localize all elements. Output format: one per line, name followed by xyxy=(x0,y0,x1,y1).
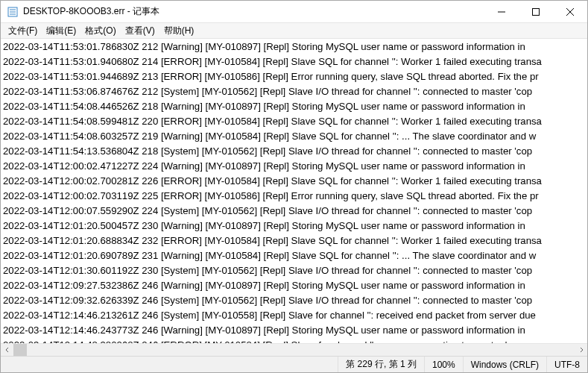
log-line: 2022-03-14T12:14:46.213261Z 246 [System]… xyxy=(3,308,586,323)
close-button[interactable] xyxy=(553,1,587,22)
status-zoom: 100% xyxy=(424,357,463,372)
minimize-button[interactable] xyxy=(484,1,519,22)
window-title: DESKTOP-8KOOOB3.err - 记事本 xyxy=(23,5,484,18)
svg-rect-5 xyxy=(533,8,540,15)
log-line: 2022-03-14T11:53:01.940680Z 214 [ERROR] … xyxy=(3,54,586,69)
status-position: 第 229 行, 第 1 列 xyxy=(338,357,424,372)
status-encoding: UTF-8 xyxy=(546,357,587,372)
log-line: 2022-03-14T12:00:07.559290Z 224 [System]… xyxy=(3,204,586,219)
log-line: 2022-03-14T11:54:08.446526Z 218 [Warning… xyxy=(3,99,586,114)
log-line: 2022-03-14T11:54:08.599481Z 220 [ERROR] … xyxy=(3,114,586,129)
scroll-right-button[interactable] xyxy=(575,344,587,357)
menu-edit[interactable]: 编辑(E) xyxy=(42,23,80,38)
statusbar: 第 229 行, 第 1 列 100% Windows (CRLF) UTF-8 xyxy=(1,356,587,372)
menu-file[interactable]: 文件(F) xyxy=(4,23,42,38)
log-line: 2022-03-14T12:14:46.243773Z 246 [Warning… xyxy=(3,323,586,338)
maximize-button[interactable] xyxy=(519,1,553,22)
log-line: 2022-03-14T12:00:02.471227Z 224 [Warning… xyxy=(3,159,586,174)
titlebar[interactable]: DESKTOP-8KOOOB3.err - 记事本 xyxy=(1,1,587,23)
horizontal-scrollbar[interactable] xyxy=(1,343,587,356)
notepad-window: DESKTOP-8KOOOB3.err - 记事本 文件(F) 编辑(E) 格式… xyxy=(0,0,588,373)
notepad-app-icon xyxy=(7,6,19,18)
log-line: 2022-03-14T12:09:27.532386Z 246 [Warning… xyxy=(3,278,586,293)
log-line: 2022-03-14T12:09:32.626339Z 246 [System]… xyxy=(3,293,586,308)
log-line: 2022-03-14T12:01:20.500457Z 230 [Warning… xyxy=(3,219,586,233)
log-line: 2022-03-14T11:54:08.603257Z 219 [Warning… xyxy=(3,129,586,144)
menu-view[interactable]: 查看(V) xyxy=(121,23,159,38)
menubar: 文件(F) 编辑(E) 格式(O) 查看(V) 帮助(H) xyxy=(1,23,587,39)
log-line: 2022-03-14T11:53:01.944689Z 213 [ERROR] … xyxy=(3,69,586,84)
scroll-track[interactable] xyxy=(13,344,575,356)
log-line: 2022-03-14T11:53:01.786830Z 212 [Warning… xyxy=(3,40,586,54)
log-line: 2022-03-14T12:00:02.700281Z 226 [ERROR] … xyxy=(3,174,586,189)
scroll-left-button[interactable] xyxy=(1,344,13,357)
log-line: 2022-03-14T12:01:30.601192Z 230 [System]… xyxy=(3,263,586,278)
log-line: 2022-03-14T12:01:20.690789Z 231 [Warning… xyxy=(3,248,586,263)
log-line: 2022-03-14T12:00:02.703119Z 225 [ERROR] … xyxy=(3,189,586,204)
menu-help[interactable]: 帮助(H) xyxy=(159,23,199,38)
window-controls xyxy=(484,1,587,22)
scroll-thumb[interactable] xyxy=(13,344,27,356)
menu-format[interactable]: 格式(O) xyxy=(80,23,120,38)
text-area[interactable]: 2022-03-14T11:53:01.786830Z 212 [Warning… xyxy=(1,39,587,343)
log-line: 2022-03-14T12:01:20.688834Z 232 [ERROR] … xyxy=(3,233,586,248)
log-line: 2022-03-14T11:54:13.536804Z 218 [System]… xyxy=(3,144,586,159)
status-line-ending: Windows (CRLF) xyxy=(463,357,546,372)
log-line: 2022-03-14T12:14:48.380268Z 246 [ERROR] … xyxy=(3,338,586,343)
log-line: 2022-03-14T11:53:06.874676Z 212 [System]… xyxy=(3,84,586,99)
